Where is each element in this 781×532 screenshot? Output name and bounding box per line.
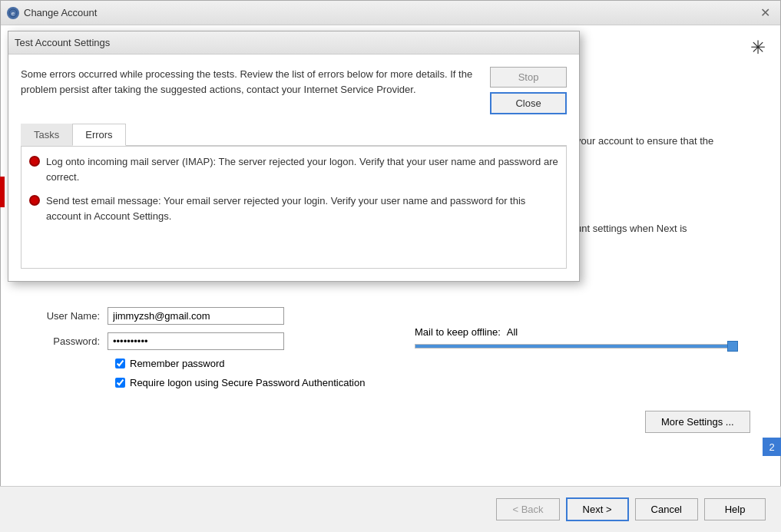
error-dot-2 [29, 195, 40, 206]
mail-slider[interactable] [415, 344, 737, 349]
require-logon-label: Require logon using Secure Password Auth… [130, 377, 365, 388]
next-button[interactable]: Next > [566, 497, 629, 521]
test-dialog-titlebar: Test Account Settings [8, 31, 579, 55]
test-buttons: Stop Close [490, 67, 567, 114]
help-button[interactable]: Help [704, 498, 766, 520]
remember-password-row: Remember password [115, 358, 415, 369]
error-item-1: Log onto incoming mail server (IMAP): Th… [29, 154, 558, 184]
remember-password-checkbox[interactable] [115, 359, 125, 368]
error-list: Log onto incoming mail server (IMAP): Th… [21, 146, 567, 269]
password-row: Password: [15, 332, 415, 350]
page-number-badge: 2 [763, 438, 781, 456]
password-label: Password: [15, 335, 108, 347]
slider-fill [415, 345, 734, 348]
remember-password-label: Remember password [130, 358, 225, 369]
mail-offline-row: Mail to keep offline: All [415, 326, 518, 338]
cancel-button[interactable]: Cancel [635, 498, 698, 520]
app-icon: e [7, 7, 19, 19]
close-main-button[interactable]: ✕ [756, 4, 774, 22]
mail-offline-label: Mail to keep offline: [415, 326, 501, 338]
back-button[interactable]: < Back [496, 498, 559, 520]
tabs: Tasks Errors [21, 124, 567, 146]
test-header: Some errors occurred while processing th… [21, 67, 567, 114]
test-message: Some errors occurred while processing th… [21, 67, 478, 114]
bg-text-account: your account to ensure that the [576, 135, 713, 147]
slider-thumb [727, 341, 738, 352]
close-dialog-button[interactable]: Close [490, 92, 567, 114]
tab-errors[interactable]: Errors [72, 124, 125, 146]
username-label: User Name: [15, 310, 108, 322]
cursor-indicator: ✳ [750, 37, 766, 58]
bottom-bar: < Back Next > Cancel Help [0, 486, 781, 532]
background-form: User Name: Password: Remember password R… [15, 307, 415, 396]
title-bar-left: e Change Account [7, 7, 97, 19]
error-item-2: Send test email message: Your email serv… [29, 193, 558, 223]
test-dialog-title: Test Account Settings [15, 37, 110, 48]
error-dot-1 [29, 156, 40, 167]
more-settings-button[interactable]: More Settings ... [645, 411, 750, 433]
password-input[interactable] [108, 332, 284, 350]
bg-text-settings: unt settings when Next is [576, 223, 730, 234]
require-logon-checkbox[interactable] [115, 378, 125, 388]
svg-text:e: e [12, 10, 15, 17]
username-row: User Name: [15, 307, 415, 325]
window-title: Change Account [24, 7, 97, 18]
error-text-1: Log onto incoming mail server (IMAP): Th… [46, 154, 558, 184]
require-logon-row: Require logon using Secure Password Auth… [115, 377, 415, 388]
title-bar: e Change Account ✕ [1, 1, 780, 25]
username-input[interactable] [108, 307, 284, 325]
error-text-2: Send test email message: Your email serv… [46, 193, 558, 223]
test-dialog-body: Some errors occurred while processing th… [8, 55, 579, 281]
test-account-dialog: Test Account Settings Some errors occurr… [8, 31, 580, 282]
stop-button[interactable]: Stop [490, 67, 567, 88]
mail-offline-value: All [507, 326, 518, 338]
tab-tasks[interactable]: Tasks [21, 124, 72, 146]
red-indicator [0, 177, 5, 207]
